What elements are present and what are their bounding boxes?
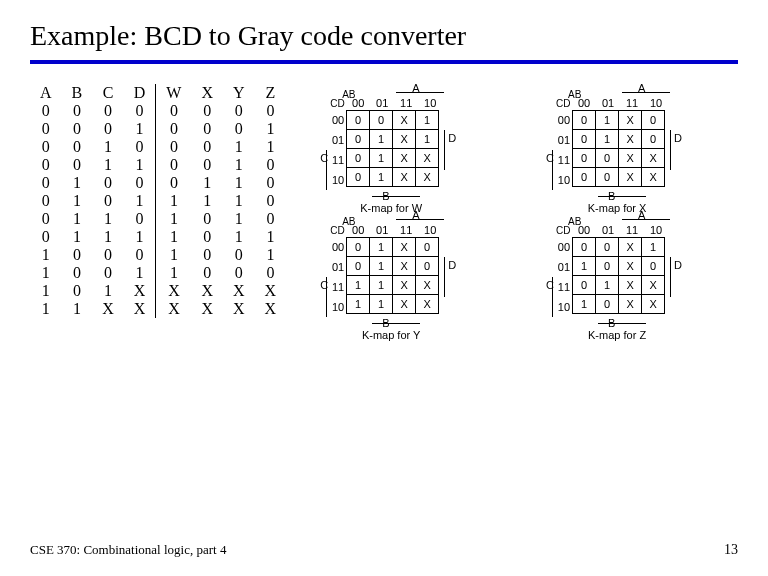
kmap-bracket [598, 323, 646, 324]
kmap-cell: 0 [347, 149, 370, 168]
truth-table-cell: 1 [30, 246, 62, 264]
kmap-bracket [372, 323, 420, 324]
truth-table-cell: 1 [156, 264, 192, 282]
truth-table-cell: 0 [30, 210, 62, 228]
kmap-cell: X [393, 276, 416, 295]
kmap-cell: X [416, 149, 439, 168]
truth-table-cell: 0 [62, 156, 93, 174]
kmap-cell: X [619, 111, 642, 130]
truth-table-cell: 1 [62, 174, 93, 192]
kmap-cell: X [416, 295, 439, 314]
kmap: AABCDBCD000111100001111001X001X011XX11XX… [316, 211, 466, 318]
truth-table-cell: 0 [124, 138, 156, 156]
kmap-cells: 00X101X101XX01XX [346, 110, 439, 187]
kmap-col-header: 01 [596, 97, 620, 109]
kmap-cell: X [416, 276, 439, 295]
kmap-cell: X [642, 168, 665, 187]
kmap-bracket [552, 150, 553, 190]
kmap-cell: 0 [347, 111, 370, 130]
kmap-cell: 1 [370, 238, 393, 257]
footer-course: CSE 370: Combinational logic, part 4 [30, 542, 226, 558]
truth-table-cell: X [255, 300, 287, 318]
kmap-row-header: 10 [554, 297, 570, 317]
kmap-cell: 0 [573, 130, 596, 149]
kmap-cell: X [393, 238, 416, 257]
truth-table-cell: X [156, 300, 192, 318]
truth-table-header: D [124, 84, 156, 102]
truth-table-cell: 1 [92, 210, 124, 228]
truth-table-cell: 1 [223, 210, 255, 228]
truth-table-cell: 0 [124, 210, 156, 228]
kmap-caption: K-map for Z [542, 329, 692, 341]
kmap-cell: 1 [370, 149, 393, 168]
kmap-bracket [444, 257, 445, 297]
truth-table-cell: 0 [124, 246, 156, 264]
kmap-cell: 0 [347, 257, 370, 276]
truth-table-cell: 0 [191, 102, 223, 120]
kmap-bracket [326, 277, 327, 317]
truth-table-cell: 0 [62, 264, 93, 282]
truth-table-cell: 1 [156, 192, 192, 210]
truth-table-cell: 1 [92, 156, 124, 174]
truth-table-cell: 1 [223, 192, 255, 210]
kmap-cell: 0 [347, 130, 370, 149]
truth-table-cell: 1 [255, 228, 287, 246]
kmap-cell: X [393, 149, 416, 168]
kmap-bracket [396, 219, 444, 220]
truth-table-cell: 1 [156, 210, 192, 228]
kmap-col-header: 00 [572, 224, 596, 236]
kmap: AABCDBCD000111100001111000X101X101XX01XX… [316, 84, 466, 191]
kmap-row-header: 10 [328, 170, 344, 190]
truth-table-cell: 0 [223, 120, 255, 138]
truth-table-row: 00010001 [30, 120, 286, 138]
page-number: 13 [724, 542, 738, 558]
truth-table-cell: 1 [30, 264, 62, 282]
kmap-cell: 1 [347, 295, 370, 314]
truth-table-cell: 0 [62, 120, 93, 138]
kmap-cell: 0 [370, 111, 393, 130]
truth-table-cell: 0 [191, 246, 223, 264]
kmap: AABCDBCD000111100001111001X001X000XX00XX… [542, 84, 692, 191]
kmap-row-var: CD [556, 225, 570, 236]
truth-table-cell: 0 [223, 264, 255, 282]
kmap-cell: 1 [370, 168, 393, 187]
truth-table-cell: 0 [30, 228, 62, 246]
truth-table-cell: 1 [191, 192, 223, 210]
kmap-col-header: 11 [620, 224, 644, 236]
kmap-cell: 0 [416, 257, 439, 276]
truth-table-row: 01000110 [30, 174, 286, 192]
truth-table-cell: 0 [62, 282, 93, 300]
truth-table-cell: 0 [62, 246, 93, 264]
truth-table-cell: 0 [191, 120, 223, 138]
kmap-row-header: 10 [328, 297, 344, 317]
kmap-cell: 1 [596, 130, 619, 149]
truth-table-cell: 1 [62, 228, 93, 246]
truth-table-cell: 0 [30, 120, 62, 138]
kmap-col-header: 01 [370, 224, 394, 236]
kmap-cell: 0 [573, 238, 596, 257]
truth-table-row: 10011000 [30, 264, 286, 282]
truth-table-header: A [30, 84, 62, 102]
kmap-col-header: 11 [394, 224, 418, 236]
truth-table-cell: 0 [156, 102, 192, 120]
truth-table-row: 01111011 [30, 228, 286, 246]
truth-table-cell: 0 [30, 174, 62, 192]
kmap-cell: X [642, 149, 665, 168]
kmap-cell: 0 [573, 149, 596, 168]
kmap-bracket [552, 277, 553, 317]
truth-table-cell: 1 [30, 300, 62, 318]
truth-table-cell: 1 [124, 264, 156, 282]
kmap-var-D: D [674, 132, 682, 144]
truth-table-cell: 0 [124, 174, 156, 192]
truth-table-cell: 0 [191, 210, 223, 228]
truth-table-cell: 1 [156, 246, 192, 264]
kmap-cell: 0 [596, 149, 619, 168]
kmap-col-header: 00 [346, 224, 370, 236]
truth-table-cell: X [124, 282, 156, 300]
truth-table-cell: 1 [30, 282, 62, 300]
truth-table-row: 00000000 [30, 102, 286, 120]
truth-table-cell: 1 [223, 174, 255, 192]
kmap-row-header: 11 [554, 150, 570, 170]
kmap-row-var: CD [330, 98, 344, 109]
truth-table-cell: 0 [223, 246, 255, 264]
